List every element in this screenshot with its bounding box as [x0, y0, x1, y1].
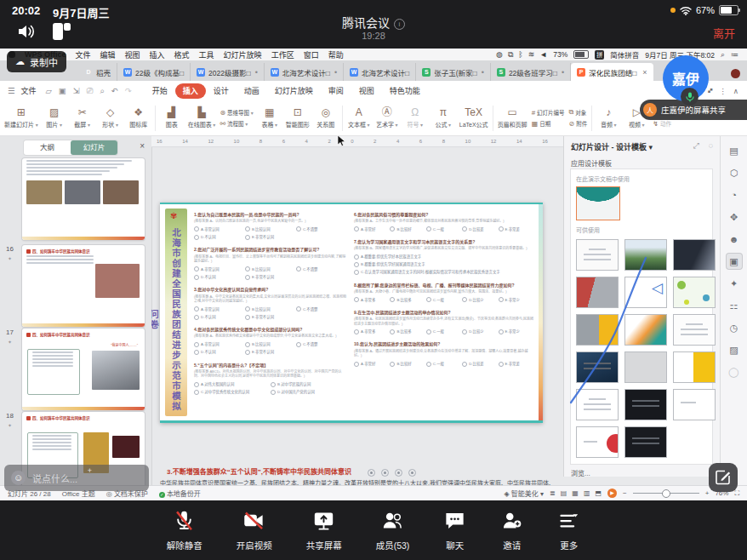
- template-thumbnail-6[interactable]: [673, 277, 716, 308]
- template-thumbnail-9[interactable]: [673, 314, 716, 346]
- option-checkbox[interactable]: C.对中华优秀传统文化的认同: [194, 388, 271, 396]
- zoom-in-button[interactable]: +: [705, 489, 710, 497]
- option-checkbox[interactable]: C.一般: [426, 296, 462, 304]
- wifi-icon[interactable]: ≋: [528, 50, 535, 60]
- tool-smartart[interactable]: ⊡智能图形: [286, 107, 310, 129]
- tool-picture[interactable]: ▨图片: [43, 107, 66, 129]
- template-thumbnail-7[interactable]: [576, 314, 619, 346]
- template-thumbnail-4[interactable]: [576, 277, 619, 308]
- tool-chart[interactable]: ▟图表: [160, 107, 184, 129]
- option-checkbox[interactable]: C.不清楚: [296, 340, 347, 348]
- panel-close-icon[interactable]: ×: [140, 141, 145, 151]
- option-checkbox[interactable]: C.一般: [426, 226, 462, 233]
- meeting-mic-off-button[interactable]: 解除静音: [167, 509, 202, 551]
- option-checkbox[interactable]: C.在认真学习国家通用语言文字的同时,根据实际情况学习和传承本民族优秀语言文字: [354, 268, 534, 276]
- option-checkbox[interactable]: B.对中华民族的认同: [271, 380, 347, 388]
- tool-icon-library[interactable]: ❖图标库: [127, 107, 151, 129]
- ime-label[interactable]: 简体拼音: [610, 49, 639, 60]
- option-checkbox[interactable]: A.非常认同: [194, 340, 245, 348]
- collapse-ribbon-icon[interactable]: ∧: [733, 87, 738, 95]
- option-checkbox[interactable]: A.非常多: [354, 296, 390, 304]
- browse-link[interactable]: 浏览...: [571, 468, 590, 477]
- tool-latex[interactable]: TeXLaTeX公式: [459, 107, 488, 129]
- menubar-item-格式[interactable]: 格式: [174, 49, 190, 60]
- tool-date[interactable]: ▦日期: [532, 119, 565, 128]
- meeting-members-button[interactable]: 成员(53): [376, 509, 410, 551]
- option-checkbox[interactable]: E.非常不认同: [245, 273, 296, 281]
- control-center-icon[interactable]: ≔: [731, 50, 738, 59]
- option-checkbox[interactable]: A.非常认同: [194, 266, 245, 273]
- option-checkbox[interactable]: C.不清楚: [296, 266, 347, 273]
- image-library-icon[interactable]: ▨: [727, 342, 742, 357]
- tool-symbol[interactable]: Ω符号: [403, 107, 427, 129]
- bluetooth-icon[interactable]: ᛒ: [518, 50, 522, 60]
- option-checkbox[interactable]: E.非常不认同: [245, 348, 296, 356]
- normal-view-icon[interactable]: ▤: [561, 489, 567, 497]
- meeting-more-button[interactable]: 更多: [557, 509, 580, 551]
- leave-meeting-button[interactable]: 离开: [713, 25, 735, 41]
- template-thumbnail-8[interactable]: [624, 314, 667, 346]
- zoom-knob[interactable]: [662, 489, 670, 498]
- ribbon-tab-特色功能[interactable]: 特色功能: [382, 83, 428, 99]
- template-in-use[interactable]: [576, 186, 620, 220]
- zoom-slider[interactable]: [633, 493, 699, 494]
- volume-icon[interactable]: ◄: [539, 50, 547, 60]
- slide-thumbnail-17[interactable]: 四、如何铸牢中华民族共同体意识“我是中国人,……”: [22, 329, 145, 410]
- tool-action[interactable]: ↯动作: [653, 119, 676, 128]
- menubar-item-编辑[interactable]: 编辑: [100, 49, 116, 60]
- template-thumbnail-16[interactable]: [576, 426, 619, 458]
- option-checkbox[interactable]: A.非常多: [354, 328, 390, 335]
- undo-icon[interactable]: ↶: [109, 86, 121, 96]
- option-checkbox[interactable]: D.比较差: [462, 226, 498, 233]
- overflow-icon[interactable]: ⋮: [719, 87, 727, 95]
- doc-tab-2[interactable]: W2022级摄影□•: [191, 63, 265, 81]
- menubar-item-插入[interactable]: 插入: [150, 49, 165, 60]
- tool-attachment[interactable]: ⊘附件: [569, 119, 588, 128]
- slideshow-play-button[interactable]: ▶: [607, 489, 617, 498]
- option-checkbox[interactable]: E.非常少: [499, 328, 534, 335]
- ribbon-tab-设计[interactable]: 设计: [206, 83, 237, 99]
- ribbon-tab-审阅[interactable]: 审阅: [321, 83, 351, 99]
- color-scheme-icon[interactable]: ◔: [727, 187, 742, 203]
- design-templates-icon[interactable]: ▣: [727, 254, 742, 269]
- open-icon[interactable]: ▱: [43, 86, 54, 96]
- tab-close-icon[interactable]: ×: [642, 68, 647, 77]
- shape-library-icon[interactable]: ⬡: [727, 165, 742, 180]
- ime-icon[interactable]: 拼: [595, 50, 604, 60]
- option-checkbox[interactable]: A.非常认同: [194, 306, 245, 313]
- speaker-icon[interactable]: [17, 23, 36, 40]
- doc-tab-3[interactable]: W北海艺术设计□•: [265, 63, 344, 81]
- template-thumbnail-10[interactable]: [576, 351, 619, 383]
- menubar-item-工作区[interactable]: 工作区: [271, 49, 294, 60]
- option-checkbox[interactable]: A.非常好: [354, 226, 390, 233]
- option-checkbox[interactable]: B.都重要,但优先学好国家通用语言文字: [354, 260, 534, 268]
- smart-beautify-icon[interactable]: ✦: [727, 276, 742, 291]
- ribbon-tab-插入[interactable]: 插入: [175, 83, 206, 99]
- meeting-camera-off-button[interactable]: 开启视频: [237, 509, 272, 551]
- option-checkbox[interactable]: B.比较认同: [245, 306, 296, 313]
- option-checkbox[interactable]: C.一般: [426, 360, 462, 368]
- effects-icon[interactable]: ✥: [727, 209, 742, 225]
- zoom-out-button[interactable]: −: [623, 489, 627, 497]
- slide-nav-dots[interactable]: [368, 469, 416, 477]
- tool-new-slide[interactable]: ⊞新建幻灯片: [4, 107, 38, 129]
- option-checkbox[interactable]: A.都重要,但优先学好本民族语言文字: [354, 253, 534, 260]
- reading-view-icon[interactable]: ▥: [584, 489, 590, 497]
- tool-screenshot[interactable]: ✂截屏: [71, 107, 94, 129]
- wps-profile-icon[interactable]: [731, 69, 740, 78]
- template-thumbnail-11[interactable]: [624, 351, 667, 383]
- option-checkbox[interactable]: D.不认同: [194, 273, 245, 281]
- menubar-item-文件[interactable]: 文件: [76, 49, 91, 60]
- option-checkbox[interactable]: E.非常差: [499, 226, 534, 233]
- option-checkbox[interactable]: D.比较少: [462, 296, 498, 304]
- tool-textbox[interactable]: A文本框: [347, 107, 371, 129]
- tool-audio[interactable]: ♪音频: [596, 107, 620, 129]
- template-thumbnail-12[interactable]: [673, 351, 716, 383]
- ribbon-tab-视图[interactable]: 视图: [351, 83, 382, 99]
- tool-flowchart[interactable]: ⚯流程图: [220, 119, 253, 128]
- tool-relation[interactable]: ◎关系图: [314, 107, 338, 129]
- doc-tab-0[interactable]: D稻壳: [78, 63, 117, 81]
- template-thumbnail-5[interactable]: ◁: [624, 277, 667, 308]
- spotlight-icon[interactable]: ⌕: [721, 50, 725, 60]
- menubar-item-窗口[interactable]: 窗口: [304, 49, 319, 60]
